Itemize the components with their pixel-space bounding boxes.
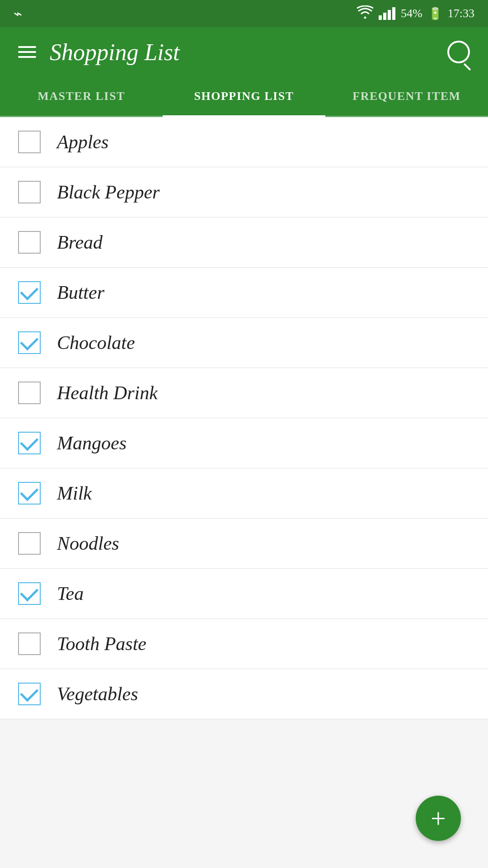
checkbox-health-drink[interactable] [18,382,41,404]
time-display: 17:33 [448,7,474,20]
list-item[interactable]: Milk [0,468,488,519]
tab-master-list[interactable]: MASTER LIST [0,77,163,116]
list-item[interactable]: Tea [0,569,488,619]
checkbox-apples[interactable] [18,131,41,153]
list-item[interactable]: Vegetables [0,669,488,719]
list-item[interactable]: Butter [0,268,488,318]
list-item[interactable]: Black Pepper [0,167,488,217]
list-item[interactable]: Apples [0,117,488,167]
item-label-tooth-paste: Tooth Paste [57,633,146,655]
item-label-black-pepper: Black Pepper [57,181,160,203]
wifi-icon [357,5,373,22]
checkbox-tooth-paste[interactable] [18,632,41,655]
item-label-health-drink: Health Drink [57,382,158,404]
status-right: 54% 🔋 17:33 [357,5,474,22]
checkbox-bread[interactable] [18,231,41,254]
app-title: Shopping List [50,39,180,66]
checkbox-butter[interactable] [18,281,41,304]
item-label-vegetables: Vegetables [57,683,138,705]
item-label-tea: Tea [57,583,84,604]
checkbox-vegetables[interactable] [18,683,41,705]
checkbox-black-pepper[interactable] [18,181,41,203]
item-label-milk: Milk [57,482,92,504]
list-item[interactable]: Mangoes [0,418,488,468]
signal-bars-icon [379,7,395,20]
list-item[interactable]: Chocolate [0,318,488,368]
item-label-chocolate: Chocolate [57,332,135,354]
app-header: Shopping List [0,27,488,77]
checkbox-tea[interactable] [18,582,41,605]
item-label-apples: Apples [57,131,108,153]
plus-icon: + [431,805,446,832]
battery-icon: 🔋 [428,7,442,21]
item-label-bread: Bread [57,231,103,253]
add-item-button[interactable]: + [416,796,461,841]
tab-shopping-list[interactable]: SHOPPING LIST [163,77,325,116]
checkbox-milk[interactable] [18,482,41,505]
status-left: ⌁ [14,5,22,22]
shopping-list-container: ApplesBlack PepperBreadButterChocolateHe… [0,117,488,719]
hamburger-menu-button[interactable] [18,46,36,58]
item-label-mangoes: Mangoes [57,432,127,454]
checkbox-mangoes[interactable] [18,432,41,454]
list-item[interactable]: Noodles [0,519,488,569]
list-item[interactable]: Bread [0,217,488,268]
usb-icon: ⌁ [14,5,22,22]
checkbox-chocolate[interactable] [18,331,41,354]
status-bar: ⌁ 54% 🔋 17:33 [0,0,488,27]
battery-percent: 54% [401,7,422,20]
checkbox-noodles[interactable] [18,532,41,555]
item-label-noodles: Noodles [57,533,119,554]
list-item[interactable]: Tooth Paste [0,619,488,669]
tabs-bar: MASTER LIST SHOPPING LIST FREQUENT ITEM [0,77,488,117]
tab-frequent-item[interactable]: FREQUENT ITEM [325,77,488,116]
item-label-butter: Butter [57,282,104,303]
search-button[interactable] [447,41,470,63]
list-item[interactable]: Health Drink [0,368,488,418]
header-left: Shopping List [18,39,180,66]
